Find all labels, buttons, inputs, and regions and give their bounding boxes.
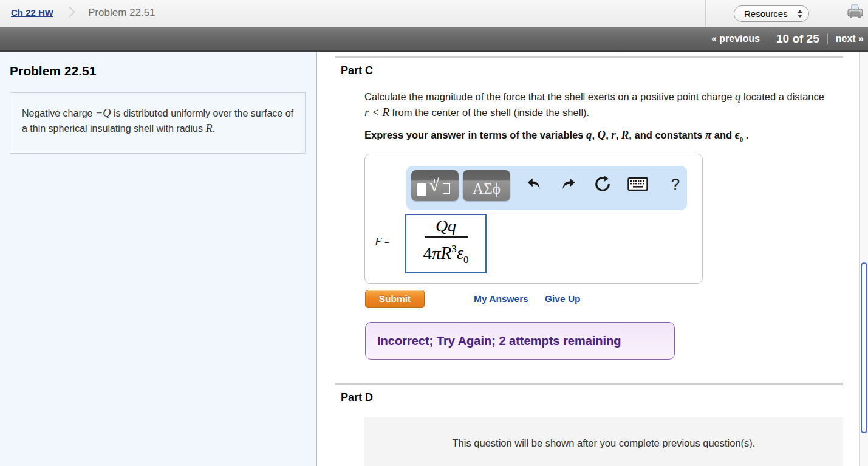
topbar-divider (705, 0, 706, 27)
page-title: Problem 22.51 (88, 7, 155, 19)
part-d-locked-box: This question will be shown after you co… (364, 417, 843, 466)
resources-label: Resources (744, 9, 798, 19)
redo-icon[interactable] (559, 175, 578, 193)
my-answers-link[interactable]: My Answers (474, 293, 528, 304)
fraction-bar (425, 236, 468, 238)
equals-sign: = (384, 237, 389, 246)
feedback-banner: Incorrect; Try Again; 2 attempts remaini… (365, 322, 675, 360)
breadcrumb-chevron-icon (64, 6, 75, 17)
scrollbar-thumb[interactable] (861, 262, 867, 433)
feedback-text: Incorrect; Try Again; 2 attempts remaini… (377, 334, 621, 348)
page-position: 10 of 25 (776, 32, 819, 46)
answer-variable: F (375, 235, 382, 248)
greek-letters-button[interactable]: ΑΣϕ (463, 170, 510, 201)
dropdown-arrows-icon (798, 10, 802, 18)
part-c-question: Calculate the magnitude of the force tha… (364, 89, 826, 120)
next-button[interactable]: next » (836, 33, 864, 44)
math-templates-button[interactable]: √ (411, 170, 459, 201)
fraction: Qq 4πR3ε0 (423, 216, 469, 271)
part-d-heading: Part D (341, 391, 373, 404)
part-c-instruction: Express your answer in terms of the vari… (364, 128, 850, 143)
problem-sidebar: Problem 22.51 Negative charge −Q is dist… (0, 52, 317, 466)
equation-toolbar: √ ΑΣϕ (406, 166, 687, 210)
part-c-heading: Part C (341, 64, 373, 77)
fraction-numerator: Qq (436, 216, 456, 236)
section-divider (335, 56, 843, 58)
top-bar: Ch 22 HW Problem 22.51 Resources (0, 0, 868, 27)
problem-statement: Negative charge −Q is distributed unifor… (22, 106, 295, 136)
pagination-bar: « previous 10 of 25 next » (0, 27, 868, 52)
help-button[interactable]: ? (666, 175, 685, 193)
previous-button[interactable]: « previous (711, 33, 760, 44)
give-up-link[interactable]: Give Up (545, 293, 581, 304)
part-d-message: This question will be shown after you co… (453, 437, 756, 466)
undo-icon[interactable] (524, 175, 542, 193)
problem-title: Problem 22.51 (10, 64, 96, 78)
keyboard-icon[interactable] (627, 175, 648, 193)
answer-lhs: F = (375, 235, 389, 248)
printer-icon[interactable] (846, 4, 864, 22)
answer-input[interactable]: Qq 4πR3ε0 (405, 214, 487, 273)
radicand-square-icon (443, 183, 450, 194)
scrollbar-track[interactable] (859, 52, 868, 466)
main-content: Part C Calculate the magnitude of the fo… (318, 52, 859, 466)
nav-separator (827, 33, 828, 44)
submit-button[interactable]: Submit (365, 290, 425, 308)
resources-dropdown[interactable]: Resources (734, 5, 809, 22)
problem-statement-box: Negative charge −Q is distributed unifor… (10, 92, 306, 154)
nav-separator (768, 33, 768, 44)
equation-editor: √ ΑΣϕ (364, 154, 703, 284)
radical-icon: √ (429, 176, 439, 196)
reset-icon[interactable] (593, 175, 612, 193)
breadcrumb-link[interactable]: Ch 22 HW (11, 7, 53, 18)
filled-square-icon (417, 183, 426, 196)
section-divider (335, 383, 843, 385)
fraction-denominator: 4πR3ε0 (423, 239, 469, 271)
